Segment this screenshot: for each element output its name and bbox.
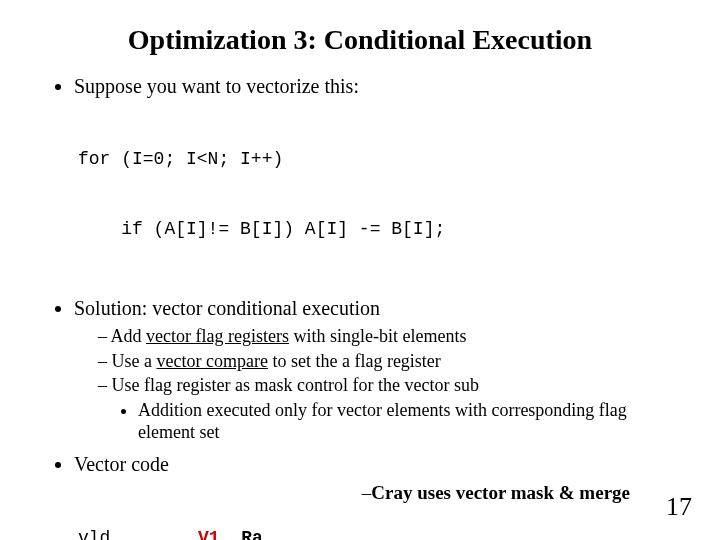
slide-title: Optimization 3: Conditional Execution	[40, 24, 680, 56]
page-number: 17	[666, 492, 692, 522]
subsub-2-3-1: Addition executed only for vector elemen…	[138, 399, 680, 444]
code-line-2: if (A[I]!= B[I]) A[I] -= B[I];	[78, 218, 680, 241]
code-block-1: for (I=0; I<N; I++) if (A[I]!= B[I]) A[I…	[78, 101, 680, 288]
term-vector-compare: vector compare	[156, 351, 267, 371]
bullet-1-text: Suppose you want to vectorize this:	[74, 75, 359, 97]
bullet-list: Suppose you want to vectorize this: for …	[40, 74, 680, 540]
bullet-2: Solution: vector conditional execution A…	[74, 296, 680, 444]
bullet-3-text: Vector code	[74, 453, 169, 475]
sub-2-3: Use flag register as mask control for th…	[98, 374, 680, 444]
footer-note: –Cray uses vector mask & merge	[362, 482, 630, 504]
sub-2-1: Add vector flag registers with single-bi…	[98, 325, 680, 348]
sub-2-2: Use a vector compare to set the a flag r…	[98, 350, 680, 373]
subsublist-2-3: Addition executed only for vector elemen…	[98, 399, 680, 444]
sublist-2: Add vector flag registers with single-bi…	[74, 325, 680, 444]
code-line-1: for (I=0; I<N; I++)	[78, 148, 680, 171]
slide: Optimization 3: Conditional Execution Su…	[0, 0, 720, 540]
vcode-row-1: vldV1, Ra	[78, 527, 680, 540]
bullet-1: Suppose you want to vectorize this: for …	[74, 74, 680, 288]
bullet-2-text: Solution: vector conditional execution	[74, 297, 380, 319]
term-vector-flag-registers: vector flag registers	[146, 326, 289, 346]
